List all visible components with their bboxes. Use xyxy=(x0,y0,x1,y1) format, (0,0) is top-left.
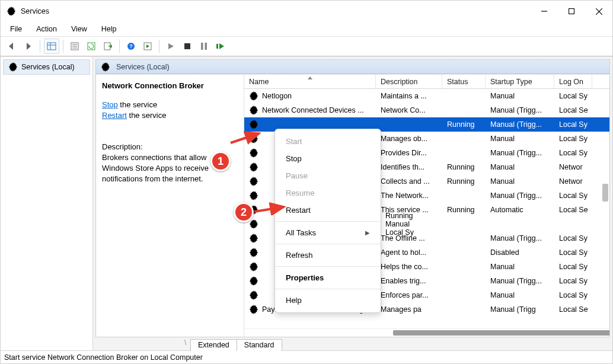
window-title: Services xyxy=(21,7,49,15)
tree-pane: Services (Local) xyxy=(1,57,93,350)
cell-desc: The Offline ... xyxy=(376,234,442,242)
cell-startup: Manual (Trigg... xyxy=(486,234,554,242)
cell-startup: Manual (Trigg... xyxy=(486,106,554,114)
cell-startup: Manual xyxy=(486,92,554,100)
col-name[interactable]: Name xyxy=(244,75,376,88)
table-row[interactable]: Network Connected Devices ...Network Co.… xyxy=(244,103,609,117)
vertical-scrollbar[interactable] xyxy=(601,89,609,328)
pause-button[interactable] xyxy=(196,39,212,54)
tab-standard[interactable]: Standard xyxy=(237,339,282,351)
cell-desc: Enables trig... xyxy=(376,277,442,285)
gear-icon xyxy=(249,290,258,300)
app-icon xyxy=(7,7,16,16)
col-status[interactable]: Status xyxy=(442,75,486,88)
ctx-all-tasks[interactable]: All Tasks ▶ xyxy=(275,224,381,241)
ctx-resume: Resume xyxy=(275,184,381,202)
gear-icon xyxy=(249,106,258,115)
svg-line-22 xyxy=(254,207,284,212)
tab-strip: Extended Standard xyxy=(95,337,610,350)
gear-icon xyxy=(249,191,258,200)
statusbar: Start service Network Connection Broker … xyxy=(1,350,612,363)
cell-desc: Provides Dir... xyxy=(376,149,442,157)
col-logon[interactable]: Log On xyxy=(554,75,592,88)
cell-logon: Local Sy xyxy=(554,248,592,257)
cell-desc: Agent to hol... xyxy=(376,248,442,257)
cell-logon: Networ xyxy=(554,177,592,186)
chevron-right-icon: ▶ xyxy=(365,229,370,236)
ctx-refresh[interactable]: Refresh xyxy=(275,247,381,264)
menu-help[interactable]: Help xyxy=(95,24,123,34)
gear-icon xyxy=(249,148,258,158)
view-detail-button[interactable] xyxy=(44,39,59,54)
col-startup[interactable]: Startup Type xyxy=(486,75,554,88)
cell-startup: Automatic xyxy=(486,206,554,214)
svg-rect-5 xyxy=(47,43,56,50)
cell-logon: Local Sy xyxy=(554,234,592,242)
gear-icon xyxy=(249,248,258,257)
cell-logon: Local Sy xyxy=(554,120,592,129)
nav-back-button[interactable] xyxy=(4,39,20,54)
cell-desc: Helps the co... xyxy=(376,263,442,271)
cell-status: Running xyxy=(442,177,486,186)
stop-button[interactable] xyxy=(180,39,195,54)
ctx-properties[interactable]: Properties xyxy=(275,269,381,286)
help-button[interactable]: ? xyxy=(123,39,139,54)
table-row[interactable]: NetlogonMaintains a ...ManualLocal Sy xyxy=(244,89,609,103)
ctx-help[interactable]: Help xyxy=(275,292,381,309)
cell-startup: Manual xyxy=(486,135,554,143)
cell-logon: Local Se xyxy=(554,106,592,114)
restart-suffix: the service xyxy=(127,111,166,120)
tree-root[interactable]: Services (Local) xyxy=(3,59,90,75)
context-menu: Start Stop Pause Resume Restart All Task… xyxy=(274,129,381,313)
cell-desc: Collects and ... xyxy=(376,177,442,186)
desc-label: Description: xyxy=(102,142,239,152)
detail-panel: Network Connection Broker Stop the servi… xyxy=(96,75,244,337)
play-button[interactable] xyxy=(163,39,178,54)
restart-link[interactable]: Restart xyxy=(102,111,127,120)
action-button[interactable] xyxy=(140,39,155,54)
gear-icon xyxy=(249,219,258,229)
ctx-pause: Pause xyxy=(275,167,381,184)
restart-button[interactable] xyxy=(213,39,228,54)
horizontal-scrollbar[interactable] xyxy=(244,328,609,337)
cell-logon: Networ xyxy=(554,163,592,171)
gear-icon xyxy=(101,62,110,72)
cell-desc: The Network... xyxy=(376,191,442,200)
services-window: Services File Action View Help ? xyxy=(0,0,613,364)
gear-icon xyxy=(8,62,18,72)
svg-rect-17 xyxy=(184,43,190,49)
col-desc[interactable]: Description xyxy=(376,75,442,88)
gear-icon xyxy=(249,91,258,101)
header-title: Services (Local) xyxy=(116,63,170,71)
toolbar: ? xyxy=(1,36,612,56)
menu-view[interactable]: View xyxy=(65,24,93,34)
tab-extended[interactable]: Extended xyxy=(190,339,237,351)
cell-logon: Local Sy xyxy=(554,149,592,157)
svg-rect-19 xyxy=(205,43,207,50)
scroll-thumb[interactable] xyxy=(602,184,608,202)
cell-startup: Manual xyxy=(486,291,554,299)
ctx-restart[interactable]: Restart xyxy=(275,202,381,219)
export-button[interactable] xyxy=(100,39,116,54)
cell-status: Running xyxy=(442,206,486,214)
gear-icon xyxy=(249,262,258,272)
refresh-button[interactable] xyxy=(84,39,99,54)
menu-action[interactable]: Action xyxy=(30,24,63,34)
menu-file[interactable]: File xyxy=(4,24,28,34)
cell-startup: Disabled xyxy=(486,248,554,257)
close-button[interactable] xyxy=(585,1,612,22)
maximize-button[interactable] xyxy=(558,1,585,22)
stop-link[interactable]: Stop xyxy=(102,100,118,109)
gear-icon xyxy=(249,276,258,286)
arrow-2-icon xyxy=(253,201,289,215)
cell-logon: Local Sy xyxy=(554,291,592,299)
properties-button[interactable] xyxy=(67,39,82,54)
ctx-all-tasks-label: All Tasks xyxy=(286,228,316,237)
ctx-stop[interactable]: Stop xyxy=(275,150,381,167)
cell-desc: Identifies th... xyxy=(376,163,442,171)
scroll-thumb[interactable] xyxy=(393,330,609,336)
cell-logon: Local Sy xyxy=(554,277,592,285)
minimize-button[interactable] xyxy=(531,1,558,22)
cell-startup: Manual (Trigg... xyxy=(486,149,554,157)
nav-forward-button[interactable] xyxy=(21,39,36,54)
